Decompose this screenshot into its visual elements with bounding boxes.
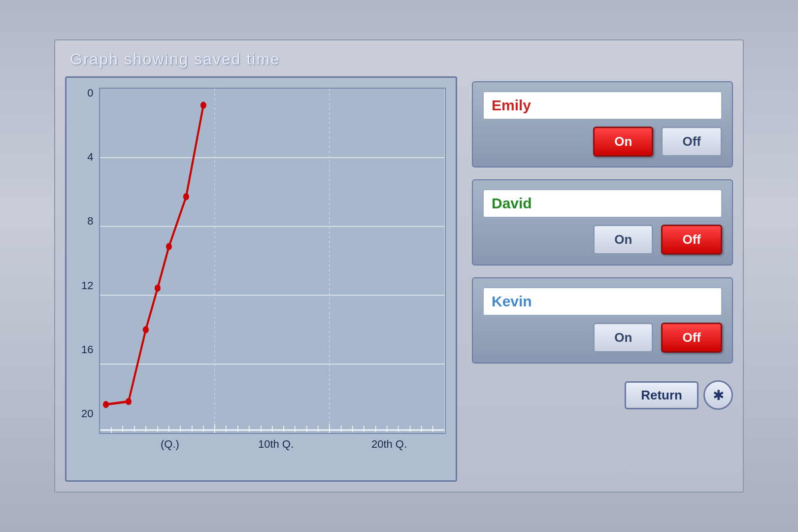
graph-y-axis: 20 16 12 8 4 0 <box>81 88 99 434</box>
david-on-button[interactable]: On <box>593 225 653 255</box>
kevin-off-button[interactable]: Off <box>661 323 722 353</box>
svg-point-38 <box>103 401 109 408</box>
x-tick-20: 20th Q. <box>332 438 446 451</box>
right-panel: Emily On Off David On Off <box>472 76 733 482</box>
content-area: (Min.) 20 16 12 8 4 0 <box>65 76 733 482</box>
player-card-david: David On Off <box>472 179 733 266</box>
x-label-q: (Q.) <box>121 438 219 451</box>
svg-point-44 <box>200 102 206 109</box>
x-tick-10: 10th Q. <box>219 438 332 451</box>
svg-point-40 <box>143 326 149 333</box>
svg-point-43 <box>183 193 189 200</box>
player-name-emily: Emily <box>483 91 722 120</box>
graph-canvas <box>99 88 446 434</box>
david-buttons: On Off <box>483 225 722 255</box>
player-name-david: David <box>483 189 722 218</box>
main-container: Graph showing saved time (Min.) 20 16 12… <box>54 39 744 493</box>
emily-on-button[interactable]: On <box>593 127 653 157</box>
svg-point-41 <box>155 285 161 292</box>
kevin-on-button[interactable]: On <box>593 323 653 353</box>
y-tick-20: 20 <box>81 408 93 419</box>
david-off-button[interactable]: Off <box>661 225 722 255</box>
y-tick-8: 8 <box>87 216 93 227</box>
emily-off-button[interactable]: Off <box>661 127 722 157</box>
kevin-buttons: On Off <box>483 323 722 353</box>
svg-point-39 <box>126 398 132 405</box>
star-button[interactable]: ✱ <box>703 380 733 410</box>
page-title: Graph showing saved time <box>65 50 733 68</box>
y-tick-16: 16 <box>81 344 93 355</box>
player-card-emily: Emily On Off <box>472 81 733 167</box>
emily-buttons: On Off <box>483 127 722 157</box>
return-button[interactable]: Return <box>625 381 698 409</box>
svg-rect-0 <box>100 89 445 433</box>
player-name-kevin: Kevin <box>483 287 722 316</box>
svg-point-42 <box>166 243 172 250</box>
y-tick-4: 4 <box>87 152 93 163</box>
bottom-row: Return ✱ <box>472 375 733 410</box>
y-tick-12: 12 <box>81 280 93 291</box>
graph-svg <box>100 89 445 433</box>
y-tick-0: 0 <box>87 88 93 99</box>
graph-wrapper: 20 16 12 8 4 0 <box>81 88 446 434</box>
graph-section: (Min.) 20 16 12 8 4 0 <box>65 76 457 482</box>
player-card-kevin: Kevin On Off <box>472 277 733 364</box>
